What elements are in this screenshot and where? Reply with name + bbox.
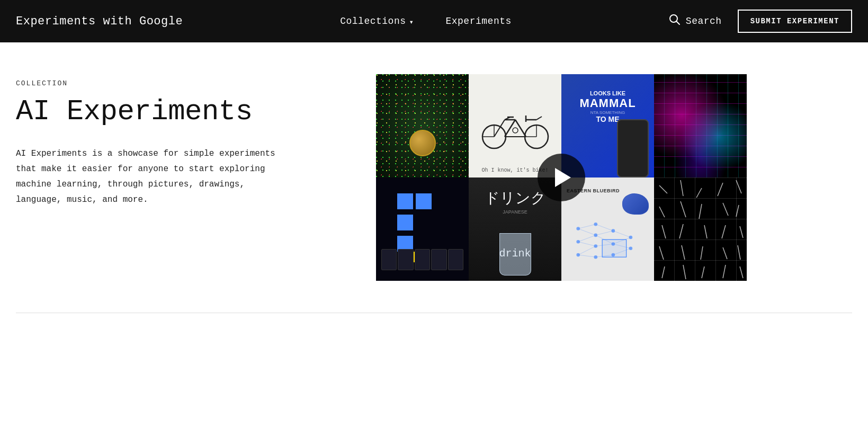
page-title: AI Experiments xyxy=(16,96,344,127)
grid-cell-blocks[interactable] xyxy=(376,177,469,281)
japanese-text: ドリンク xyxy=(485,188,546,208)
svg-rect-46 xyxy=(602,239,626,257)
search-icon xyxy=(669,14,681,29)
grid-lines-graphic xyxy=(654,177,747,281)
grid-cell-bluebird[interactable]: EASTERN BLUEBIRD xyxy=(561,177,654,281)
experiment-grid: Oh I know, it's bike! LOOKS LIKE MAMMAL … xyxy=(376,74,747,281)
bird-graphic xyxy=(622,193,649,215)
svg-point-30 xyxy=(629,246,633,250)
nav-collections[interactable]: Collections ▾ xyxy=(324,16,429,26)
cup-graphic xyxy=(499,233,531,276)
svg-line-42 xyxy=(613,231,631,237)
mammal-text: LOOKS LIKE MAMMAL NTA SOMETHING TO ME xyxy=(579,90,636,123)
header: Experiments with Google Collections ▾ Ex… xyxy=(0,0,868,42)
phone-graphic xyxy=(617,119,649,177)
site-logo[interactable]: Experiments with Google xyxy=(16,15,183,28)
hero-image-grid: Oh I know, it's bike! LOOKS LIKE MAMMAL … xyxy=(376,74,852,281)
coin-graphic xyxy=(409,130,436,156)
svg-line-1 xyxy=(676,22,679,25)
search-label: Search xyxy=(686,16,722,26)
submit-experiment-button[interactable]: SUBMIT EXPERIMENT xyxy=(738,10,852,33)
bicycle-drawing xyxy=(481,100,550,153)
svg-line-15 xyxy=(536,117,542,120)
svg-line-38 xyxy=(596,231,613,235)
page-description: AI Experiments is a showcase for simple … xyxy=(16,146,334,207)
grid-cell-mammal[interactable]: LOOKS LIKE MAMMAL NTA SOMETHING TO ME xyxy=(561,74,654,177)
grid-cell-japanese[interactable]: ドリンク JAPANESE drink xyxy=(469,177,561,281)
collections-arrow-icon: ▾ xyxy=(409,17,414,26)
pixel-blocks xyxy=(654,74,747,177)
neural-svg xyxy=(567,220,649,270)
main-nav: Collections ▾ Experiments xyxy=(324,16,527,26)
page-divider xyxy=(16,313,852,313)
keyboard-graphic xyxy=(381,249,463,270)
japanese-sub: JAPANESE xyxy=(503,209,527,215)
nav-experiments[interactable]: Experiments xyxy=(429,16,527,26)
svg-line-34 xyxy=(578,242,596,246)
grid-cell-worms[interactable] xyxy=(654,177,747,281)
grid-cell-pixel[interactable] xyxy=(654,74,747,177)
svg-line-35 xyxy=(578,246,596,255)
svg-line-32 xyxy=(578,229,596,235)
neural-network-graphic xyxy=(567,220,649,270)
search-area[interactable]: Search xyxy=(669,14,722,29)
block-4 xyxy=(416,193,432,209)
collection-label: COLLECTION xyxy=(16,79,344,87)
svg-line-37 xyxy=(596,224,613,230)
svg-point-18 xyxy=(513,128,518,133)
block-1 xyxy=(397,193,413,209)
svg-line-12 xyxy=(494,120,505,137)
svg-point-29 xyxy=(629,236,633,239)
bike-caption: Oh I know, it's bike! xyxy=(469,167,561,173)
grid-cell-bicycle[interactable]: Oh I know, it's bike! xyxy=(469,74,561,177)
grid-cell-particles[interactable] xyxy=(376,74,469,177)
hero-text: COLLECTION AI Experiments AI Experiments… xyxy=(16,74,344,208)
main-content: COLLECTION AI Experiments AI Experiments… xyxy=(0,42,868,313)
block-2 xyxy=(397,215,413,230)
svg-line-31 xyxy=(578,224,596,228)
svg-line-36 xyxy=(578,255,596,257)
svg-line-33 xyxy=(578,235,596,242)
